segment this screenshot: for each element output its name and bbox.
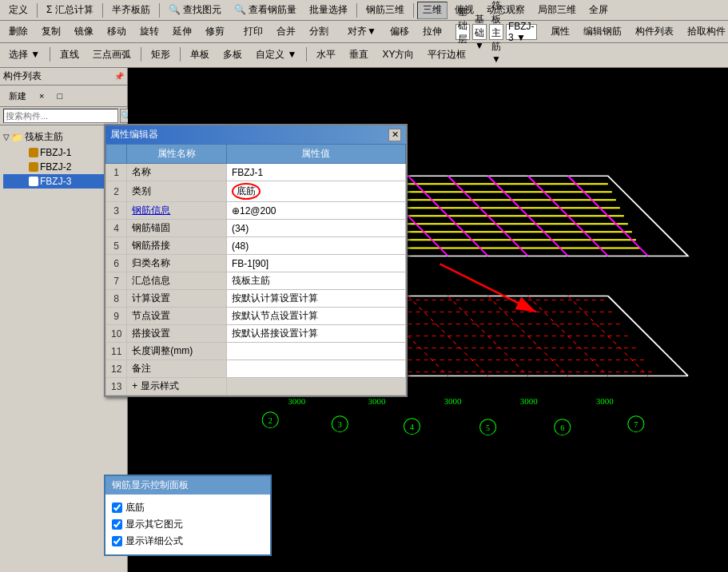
prop-row-12: 12备注 xyxy=(106,360,406,378)
btn-batch[interactable]: 批量选择 xyxy=(304,2,353,19)
btn-divide[interactable]: 分割 xyxy=(304,23,334,41)
prop-row-num-12: 12 xyxy=(106,360,127,378)
btn-define[interactable]: 定义 xyxy=(3,2,34,19)
header-value: 属性值 xyxy=(226,145,405,164)
panel-title: 钢筋显示控制面板 xyxy=(105,476,270,495)
btn-vertical[interactable]: 垂直 xyxy=(344,46,374,63)
dd-part[interactable]: FBZJ-3 ▼ xyxy=(506,24,537,40)
prop-row-value-6: FB-1[90] xyxy=(226,255,405,272)
btn-local3d[interactable]: 局部三维 xyxy=(532,2,582,19)
prop-row-13: 13+ 显示样式 xyxy=(106,378,406,395)
btn-fullscreen[interactable]: 全屏 xyxy=(583,2,614,19)
btn-select[interactable]: 选择 ▼ xyxy=(3,46,46,63)
btn-pick[interactable]: 拾取构件 xyxy=(682,23,728,41)
prop-row-1: 1名称FBZJ-1 xyxy=(106,164,406,181)
btn-orbit[interactable]: 动态观察 xyxy=(481,2,531,19)
btn-print[interactable]: 打印 xyxy=(238,23,269,41)
svg-text:3000: 3000 xyxy=(444,396,463,406)
sep11 xyxy=(50,47,50,62)
svg-text:3: 3 xyxy=(338,420,342,429)
checkbox-formula[interactable] xyxy=(112,536,122,546)
btn-rotate[interactable]: 旋转 xyxy=(134,23,165,41)
prop-row-num-1: 1 xyxy=(106,164,127,181)
toolbar-row1: 定义 Σ 汇总计算 半齐板筋 🔍 查找图元 🔍 查看钢筋量 批量选择 钢筋三维 … xyxy=(0,0,728,21)
checkbox-bottom-rebar[interactable] xyxy=(112,502,122,513)
btn-check-rebar[interactable]: 🔍 查看钢筋量 xyxy=(229,2,302,19)
svg-text:5: 5 xyxy=(486,423,490,432)
btn-scale[interactable]: 偏移 xyxy=(384,23,415,41)
item-icon-1 xyxy=(29,148,38,157)
btn-part-list[interactable]: 构件列表 xyxy=(630,23,679,41)
property-dialog: 属性编辑器 ✕ 属性名称 属性值 1名称FBZJ-12类别底筋3钢筋信息⊕12@… xyxy=(104,124,408,397)
btn-xy[interactable]: XY方向 xyxy=(376,46,420,63)
tree-item-label-3: FBZJ-3 xyxy=(40,176,71,187)
prop-row-value-13 xyxy=(226,378,405,395)
sep5 xyxy=(413,3,414,18)
btn-move[interactable]: 移动 xyxy=(101,23,132,41)
btn-extend[interactable]: 延伸 xyxy=(167,23,197,41)
prop-row-num-3: 3 xyxy=(106,202,127,220)
prop-row-value-10: 按默认搭接设置计算 xyxy=(226,325,405,343)
dialog-title-text: 属性编辑器 xyxy=(110,128,158,141)
btn-parallel-edge[interactable]: 平行边框 xyxy=(422,46,471,63)
checkbox-item-1: 底筋 xyxy=(112,499,264,516)
dd-element[interactable]: 筏板主筋 ▼ xyxy=(489,24,503,40)
btn-pull[interactable]: 拉伸 xyxy=(417,23,448,41)
btn-line[interactable]: 直线 xyxy=(54,46,85,63)
btn-find[interactable]: 🔍 查找图元 xyxy=(163,2,227,19)
sidebar-copy-btn[interactable]: □ xyxy=(51,87,68,105)
btn-delete[interactable]: 删除 xyxy=(3,23,34,41)
dd-floor[interactable]: 基础层 ▼ xyxy=(455,24,470,40)
sidebar-title: 构件列表 📌 xyxy=(0,68,127,85)
btn-multi-slab[interactable]: 多板 xyxy=(217,46,248,63)
prop-row-7: 7汇总信息筏板主筋 xyxy=(106,272,406,290)
btn-rebar3d[interactable]: 钢筋三维 xyxy=(360,2,410,19)
prop-row-num-9: 9 xyxy=(106,308,127,325)
dialog-close-btn[interactable]: ✕ xyxy=(388,129,401,141)
sep4 xyxy=(356,3,357,18)
folder-icon: 📁 xyxy=(11,132,23,143)
dialog-title: 属性编辑器 ✕ xyxy=(105,125,406,144)
btn-mirror[interactable]: 镜像 xyxy=(69,23,99,41)
prop-row-11: 11长度调整(mm) xyxy=(106,343,406,360)
prop-row-value-8: 按默认计算设置计算 xyxy=(226,290,405,308)
prop-row-num-7: 7 xyxy=(106,272,127,290)
btn-rect[interactable]: 矩形 xyxy=(145,46,176,63)
btn-custom[interactable]: 自定义 ▼ xyxy=(250,46,302,63)
btn-align[interactable]: 对齐▼ xyxy=(342,23,382,41)
btn-single-slab[interactable]: 单板 xyxy=(185,46,215,63)
prop-row-name-10: 搭接设置 xyxy=(127,325,227,343)
btn-copy[interactable]: 复制 xyxy=(36,23,66,41)
svg-text:4: 4 xyxy=(410,423,414,431)
sep12 xyxy=(141,47,141,62)
toolbar-area: 定义 Σ 汇总计算 半齐板筋 🔍 查找图元 🔍 查看钢筋量 批量选择 钢筋三维 … xyxy=(0,0,728,68)
prop-row-name-3[interactable]: 钢筋信息 xyxy=(127,202,227,220)
prop-row-name-8: 计算设置 xyxy=(127,290,227,308)
header-name: 属性名称 xyxy=(127,145,227,164)
sidebar-delete-btn[interactable]: × xyxy=(34,87,50,105)
btn-horizontal[interactable]: 水平 xyxy=(311,46,341,63)
prop-row-value-7: 筏板主筋 xyxy=(226,272,405,290)
search-input[interactable] xyxy=(3,109,118,123)
btn-property[interactable]: 属性 xyxy=(545,23,575,41)
btn-arc[interactable]: 三点画弧 xyxy=(87,46,137,63)
dd-type[interactable]: 基础 ▼ xyxy=(472,24,487,40)
prop-row-name-9: 节点设置 xyxy=(127,308,227,325)
sep2 xyxy=(102,3,103,18)
prop-row-2: 2类别底筋 xyxy=(106,181,406,202)
checkbox-item-3: 显示详细公式 xyxy=(112,533,264,550)
btn-edit-rebar[interactable]: 编辑钢筋 xyxy=(578,23,627,41)
svg-text:3000: 3000 xyxy=(368,396,386,406)
btn-halfplate[interactable]: 半齐板筋 xyxy=(106,2,156,19)
prop-row-num-5: 5 xyxy=(106,237,127,255)
btn-merge[interactable]: 合并 xyxy=(271,23,301,41)
btn-3d[interactable]: 三维 xyxy=(417,2,448,19)
prop-row-name-11: 长度调整(mm) xyxy=(127,343,227,360)
svg-text:3000: 3000 xyxy=(596,396,614,406)
prop-row-3: 3钢筋信息⊕12@200 xyxy=(106,202,406,220)
btn-sum[interactable]: Σ 汇总计算 xyxy=(41,2,99,19)
checkbox-other-elements[interactable] xyxy=(112,519,122,530)
prop-row-num-10: 10 xyxy=(106,325,127,343)
sidebar-new-btn[interactable]: 新建 xyxy=(3,87,32,105)
btn-edit[interactable]: 修剪 xyxy=(200,23,230,41)
